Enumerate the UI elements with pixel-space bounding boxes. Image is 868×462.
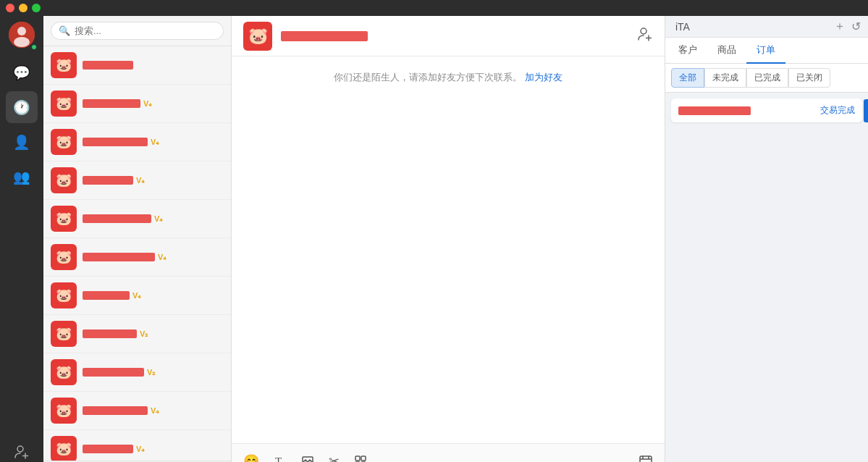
search-input[interactable] — [75, 25, 216, 36]
order-status[interactable]: 交易完成 — [820, 104, 855, 117]
vip-badge: V₄ — [136, 176, 144, 185]
avatar: 🐷 — [51, 167, 77, 193]
text-format-button[interactable]: T — [271, 452, 290, 463]
refresh-icon-button[interactable]: ↺ — [851, 20, 861, 33]
list-item[interactable]: 🐷 V₂ — [43, 353, 231, 392]
list-item[interactable]: 🐷 V₂ — [43, 315, 231, 353]
vip-badge: V₄ — [158, 253, 166, 262]
sidebar-item-add-contact[interactable] — [6, 437, 38, 462]
emoji-button[interactable]: 😊 — [240, 450, 262, 463]
contact-panel: 🔍 🐷 🐷 — [43, 16, 232, 462]
tab-product[interactable]: 商品 — [707, 38, 746, 64]
tab-customer[interactable]: 客户 — [668, 38, 707, 64]
avatar: 🐷 — [51, 206, 77, 232]
chat-header-actions — [637, 26, 653, 46]
filter-complete[interactable]: 已完成 — [746, 68, 788, 88]
add-person-icon — [14, 444, 30, 463]
contact-info: V₄ — [83, 214, 224, 224]
vip-badge: V₄ — [143, 99, 151, 109]
filter-all[interactable]: 全部 — [671, 68, 704, 88]
contact-info: V₄ — [83, 291, 224, 301]
contact-name-blur — [83, 253, 155, 261]
scissors-button[interactable]: ✂ — [326, 450, 342, 463]
vip-badge: V₄ — [136, 445, 144, 454]
svg-text:T: T — [275, 455, 282, 463]
window-minimize-dot[interactable] — [19, 4, 28, 12]
avatar: 🐷 — [51, 398, 77, 424]
sidebar-bottom — [6, 437, 38, 462]
filter-incomplete[interactable]: 未完成 — [704, 68, 746, 88]
sidebar-nav: 💬 🕐 👤 👥 — [6, 56, 38, 437]
search-input-wrap[interactable]: 🔍 — [51, 22, 224, 40]
contact-info: V₂ — [83, 368, 224, 377]
order-indicator-bar — [864, 99, 868, 122]
svg-point-2 — [14, 37, 30, 47]
order-filter-bar: 全部 未完成 已完成 已关闭 — [665, 64, 868, 93]
list-item[interactable]: 🐷 — [43, 46, 231, 85]
contact-name-blur — [83, 445, 133, 453]
list-item[interactable]: 🐷 V₄ — [43, 277, 231, 315]
add-friend-link[interactable]: 加为好友 — [525, 72, 562, 83]
vip-badge: V₄ — [151, 138, 159, 147]
contact-list: 🐷 🐷 V₄ — [43, 46, 231, 461]
vip-badge: V₄ — [132, 291, 140, 301]
avatar: 🐷 — [51, 436, 77, 461]
right-panel-header: iTA ＋ ↺ 客户 商品 订单 — [665, 16, 868, 64]
avatar: 🐷 — [51, 129, 77, 155]
window-close-dot[interactable] — [6, 4, 14, 12]
send-button[interactable] — [636, 451, 656, 463]
order-list: 交易完成 — [665, 93, 868, 462]
group-icon: 👥 — [13, 169, 30, 185]
list-item[interactable]: 🐷 V₄ — [43, 392, 231, 430]
avatar: 🐷 — [51, 244, 77, 270]
right-header-bar: iTA ＋ ↺ — [665, 16, 868, 38]
sidebar-item-contacts[interactable]: 👤 — [6, 126, 38, 158]
window-maximize-dot[interactable] — [32, 4, 41, 12]
svg-rect-12 — [361, 456, 366, 461]
add-friend-button[interactable] — [637, 26, 653, 46]
contact-name-blur — [83, 99, 140, 108]
sidebar-item-chat[interactable]: 💬 — [6, 56, 38, 88]
contact-info: V₄ — [83, 99, 224, 109]
vip-badge: V₂ — [140, 329, 148, 339]
sidebar-item-recent[interactable]: 🕐 — [6, 91, 38, 123]
avatar: 🐷 — [51, 359, 77, 385]
avatar: 🐷 — [51, 52, 77, 78]
list-item[interactable]: 🐷 V₄ — [43, 200, 231, 238]
list-item[interactable]: 🐷 V₄ — [43, 238, 231, 277]
clock-icon: 🕐 — [13, 99, 30, 116]
right-tabs: 客户 商品 订单 — [665, 38, 868, 63]
avatar: 🐷 — [51, 282, 77, 308]
sidebar-avatar-btn[interactable] — [6, 19, 38, 51]
contact-name-blur — [83, 138, 148, 146]
contact-name-blur — [83, 214, 151, 223]
contact-name-blur — [83, 61, 133, 70]
right-panel: iTA ＋ ↺ 客户 商品 订单 — [665, 16, 868, 462]
grid-button[interactable] — [351, 452, 370, 463]
chat-area: 🐷 你们还是陌生人，请添加好友方便下次联系。 — [232, 16, 665, 462]
svg-point-6 — [641, 28, 646, 34]
contact-info: V₄ — [83, 253, 224, 262]
app-wrapper: 💬 🕐 👤 👥 — [0, 0, 868, 462]
list-item[interactable]: 🐷 V₄ — [43, 85, 231, 123]
order-item[interactable]: 交易完成 — [671, 98, 862, 122]
image-button[interactable] — [298, 452, 317, 463]
contact-name-blur — [83, 368, 144, 377]
list-item[interactable]: 🐷 V₄ — [43, 161, 231, 200]
chat-toolbar: 😊 T ✂ — [232, 443, 665, 462]
list-item[interactable]: 🐷 V₄ — [43, 123, 231, 161]
user-avatar — [9, 22, 35, 48]
contact-info: V₂ — [83, 329, 224, 339]
chat-bubble-icon: 💬 — [13, 64, 30, 81]
add-icon-button[interactable]: ＋ — [834, 19, 846, 34]
filter-closed[interactable]: 已关闭 — [788, 68, 830, 88]
svg-point-3 — [17, 446, 23, 452]
tab-order[interactable]: 订单 — [746, 38, 785, 64]
search-icon: 🔍 — [59, 25, 70, 36]
order-id-blur — [678, 106, 751, 115]
sidebar-item-groups[interactable]: 👥 — [6, 161, 38, 193]
svg-rect-11 — [355, 456, 360, 461]
list-item[interactable]: 🐷 V₄ — [43, 430, 231, 461]
vip-badge: V₄ — [154, 214, 162, 224]
contact-name-blur — [83, 291, 130, 300]
